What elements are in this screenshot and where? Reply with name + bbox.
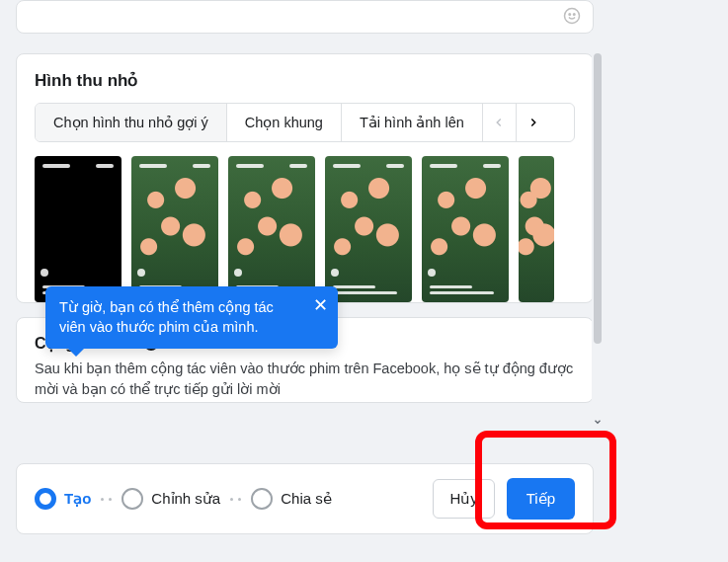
collaborator-tooltip: Từ giờ, bạn có thể thêm cộng tác viên và…	[45, 286, 338, 349]
thumbnail-option[interactable]	[131, 156, 218, 302]
next-button[interactable]: Tiếp	[507, 478, 575, 520]
tabs-prev-button[interactable]	[483, 104, 517, 141]
tab-upload-image[interactable]: Tải hình ảnh lên	[342, 104, 483, 141]
svg-point-2	[574, 14, 576, 16]
step-circle-icon	[35, 488, 56, 510]
step-circle-icon	[251, 488, 273, 510]
cancel-button[interactable]: Hủy	[433, 479, 494, 519]
tooltip-close-button[interactable]: ✕	[313, 296, 328, 314]
step-edit[interactable]: Chỉnh sửa	[121, 488, 220, 510]
svg-point-1	[569, 14, 571, 16]
chevron-right-icon	[526, 116, 540, 129]
chevron-down-icon	[593, 417, 603, 427]
step-divider	[230, 498, 241, 501]
footer-bar: Tạo Chỉnh sửa Chia sẻ Hủy Tiếp	[16, 463, 594, 534]
step-circle-icon	[121, 488, 143, 510]
svg-point-0	[565, 9, 580, 24]
smile-icon	[563, 7, 581, 25]
step-label: Chỉnh sửa	[151, 490, 220, 508]
previous-card-bottom	[16, 0, 594, 34]
vertical-scrollbar[interactable]	[592, 53, 604, 408]
thumbnail-option[interactable]	[228, 156, 315, 302]
step-create[interactable]: Tạo	[35, 488, 91, 510]
step-label: Chia sẻ	[281, 490, 332, 508]
thumbnail-option[interactable]	[422, 156, 509, 302]
thumbnail-section-card: Hình thu nhỏ Chọn hình thu nhỏ gợi ý Chọ…	[16, 53, 594, 303]
tooltip-message: Từ giờ, bạn có thể thêm cộng tác viên và…	[59, 299, 274, 335]
tab-choose-frame[interactable]: Chọn khung	[227, 104, 342, 141]
thumbnail-section-title: Hình thu nhỏ	[35, 70, 575, 91]
collaborator-description: Sau khi bạn thêm cộng tác viên vào thước…	[35, 359, 575, 398]
thumbnail-option[interactable]	[35, 156, 121, 302]
thumbnail-list	[35, 156, 575, 302]
thumbnail-option[interactable]	[519, 156, 554, 302]
tab-suggested-thumbnail[interactable]: Chọn hình thu nhỏ gợi ý	[36, 104, 227, 141]
step-indicator: Tạo Chỉnh sửa Chia sẻ	[35, 488, 332, 510]
thumbnail-tabs: Chọn hình thu nhỏ gợi ý Chọn khung Tải h…	[35, 103, 575, 142]
footer-actions: Hủy Tiếp	[433, 478, 575, 520]
scrollbar-thumb[interactable]	[594, 53, 602, 344]
chevron-left-icon	[492, 116, 506, 129]
thumbnail-option[interactable]	[325, 156, 412, 302]
step-share[interactable]: Chia sẻ	[251, 488, 332, 510]
step-divider	[101, 498, 112, 501]
tabs-next-button[interactable]	[517, 104, 550, 141]
step-label: Tạo	[64, 490, 91, 508]
scrollbar-down-button[interactable]	[592, 414, 604, 430]
